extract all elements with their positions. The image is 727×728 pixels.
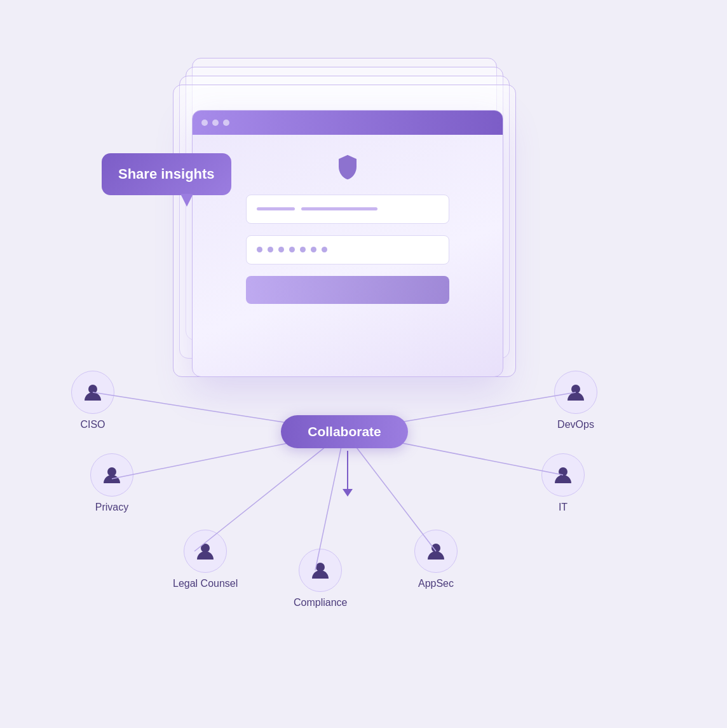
pw-dot-7: [322, 247, 327, 252]
privacy-label: Privacy: [95, 502, 128, 513]
person-node-privacy: Privacy: [90, 453, 133, 513]
svg-point-2: [201, 544, 210, 553]
pw-dot-1: [257, 247, 262, 252]
appsec-label: AppSec: [418, 578, 454, 589]
svg-point-3: [316, 563, 325, 572]
legal-label: Legal Counsel: [173, 578, 238, 589]
shield-icon: [334, 154, 361, 181]
window-dot-2: [212, 120, 219, 126]
appsec-person-icon: [425, 540, 447, 562]
pw-dot-4: [289, 247, 295, 252]
devops-person-icon: [565, 381, 587, 403]
privacy-avatar: [90, 453, 133, 497]
pw-dot-6: [311, 247, 316, 252]
pw-dot-3: [278, 247, 284, 252]
person-node-compliance: Compliance: [294, 549, 347, 608]
it-avatar: [541, 453, 585, 497]
ciso-label: CISO: [80, 419, 105, 430]
ciso-person-icon: [82, 381, 104, 403]
password-field[interactable]: [246, 235, 449, 264]
devops-label: DevOps: [557, 419, 594, 430]
username-field[interactable]: [246, 195, 449, 224]
collaborate-label: Collaborate: [308, 424, 381, 439]
field-decoration-2: [301, 207, 377, 210]
svg-point-6: [571, 385, 580, 394]
pw-dot-2: [268, 247, 273, 252]
arrow-line: [347, 451, 348, 489]
person-node-legal: Legal Counsel: [173, 530, 238, 589]
svg-point-5: [559, 467, 567, 476]
svg-point-4: [431, 544, 440, 553]
window-dot-1: [201, 120, 208, 126]
appsec-avatar: [414, 530, 458, 573]
it-label: IT: [559, 502, 567, 513]
share-insights-text: Share insights: [118, 166, 215, 182]
it-person-icon: [552, 464, 574, 486]
pw-dot-5: [300, 247, 306, 252]
browser-titlebar: [193, 111, 503, 135]
ciso-avatar: [71, 371, 114, 414]
person-node-appsec: AppSec: [414, 530, 458, 589]
person-node-ciso: CISO: [71, 371, 114, 430]
compliance-avatar: [299, 549, 342, 592]
window-dot-3: [223, 120, 229, 126]
share-insights-bubble: Share insights: [102, 153, 231, 195]
person-node-devops: DevOps: [554, 371, 597, 430]
devops-avatar: [554, 371, 597, 414]
browser-main-window: [192, 110, 503, 377]
svg-point-0: [88, 385, 97, 394]
main-scene: Share insights Collaborate CISO Privacy: [46, 46, 681, 682]
legal-avatar: [184, 530, 227, 573]
submit-button[interactable]: [246, 276, 449, 304]
person-node-it: IT: [541, 453, 585, 513]
compliance-person-icon: [309, 560, 331, 581]
compliance-label: Compliance: [294, 597, 347, 608]
legal-person-icon: [194, 540, 216, 562]
field-decoration-1: [257, 207, 295, 210]
browser-content: [193, 135, 503, 317]
privacy-person-icon: [101, 464, 123, 486]
password-dots: [257, 247, 327, 252]
arrow-head: [343, 489, 353, 497]
svg-point-1: [107, 467, 116, 476]
down-arrow: [343, 451, 353, 497]
collaborate-button[interactable]: Collaborate: [281, 415, 408, 448]
